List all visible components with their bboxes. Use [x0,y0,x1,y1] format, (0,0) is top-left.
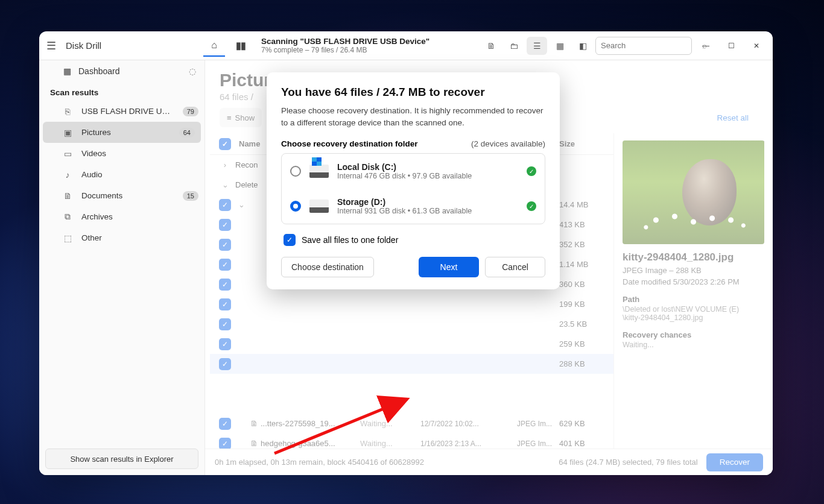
menu-icon[interactable]: ☰ [39,39,63,52]
sidebar-item-other[interactable]: ⬚ Other [39,227,204,248]
minimize-button[interactable]: — [694,37,717,55]
sidebar-dashboard-label: Dashboard [78,66,120,76]
sidebar-item-badge: 79 [183,107,198,116]
sidebar-item-usb-flash-drive-usb-d-[interactable]: ⎘ USB FLASH DRIVE USB D... 79 [39,101,204,122]
maximize-button[interactable]: ☐ [720,37,743,55]
sidebar-item-videos[interactable]: ▭ Videos [39,143,204,164]
search-field[interactable] [601,41,702,50]
sidebar-item-label: Documents [81,191,174,200]
title-bar: ☰ Disk Drill ⌂ ▮▮ Scanning "USB FLASH DR… [39,31,773,60]
cancel-button[interactable]: Cancel [485,257,545,277]
sidebar-item-label: Videos [81,149,204,158]
show-in-explorer-button[interactable]: Show scan results in Explorer [45,449,198,469]
home-icon[interactable]: ⌂ [203,35,225,57]
save-all-checkbox[interactable]: ✓ [284,234,296,246]
sidebar-results-label: Scan results [39,82,204,101]
choose-label: Choose recovery destination folder [281,139,418,148]
disk-icon [309,165,329,178]
disk-icon [309,200,329,213]
sidebar: ▦ Dashboard ◌ Scan results ⎘ USB FLASH D… [39,60,205,475]
top-center: ⌂ ▮▮ Scanning "USB FLASH DRIVE USB Devic… [196,35,481,57]
folder-icon[interactable]: 🗀 [504,37,524,55]
vid-icon: ▭ [62,149,73,159]
usb-icon: ⎘ [62,107,73,116]
recovery-destination-modal: You have 64 files / 24.7 MB to recover P… [267,72,560,289]
list-view-icon[interactable]: ☰ [527,37,547,55]
destination-sub: Internal 931 GB disk • 61.3 GB available [337,207,518,215]
destination-list: Local Disk (C:) Internal 476 GB disk • 9… [281,153,545,224]
dashboard-icon: ▦ [63,66,71,76]
devices-available: (2 devices available) [471,139,545,148]
scan-info: Scanning "USB FLASH DRIVE USB Device" 7%… [261,37,429,54]
aud-icon: ♪ [62,170,73,180]
scan-subtitle: 7% complete – 79 files / 26.4 MB [261,46,429,54]
destination-name: Storage (D:) [337,197,518,207]
save-all-option[interactable]: ✓ Save all files to one folder [284,234,545,246]
pic-icon: ▣ [62,128,73,137]
scan-title: Scanning "USB FLASH DRIVE USB Device" [261,37,429,46]
sidebar-item-archives[interactable]: ⧉ Archives [39,206,204,227]
radio-button[interactable] [290,166,301,177]
sidebar-item-pictures[interactable]: ▣ Pictures 64 [43,122,201,143]
next-button[interactable]: Next [419,257,479,277]
file-icon[interactable]: 🗎 [481,37,501,55]
sidebar-item-label: Archives [81,212,204,221]
sidebar-item-label: Audio [81,170,204,179]
sidebar-item-documents[interactable]: 🗎 Documents 15 [39,185,204,206]
oth-icon: ⬚ [62,233,73,243]
check-icon: ✓ [527,166,536,176]
sidebar-dashboard[interactable]: ▦ Dashboard ◌ [39,60,204,82]
doc-icon: 🗎 [62,191,73,201]
destination-option[interactable]: Storage (D:) Internal 931 GB disk • 61.3… [282,189,545,224]
destination-option[interactable]: Local Disk (C:) Internal 476 GB disk • 9… [282,154,545,189]
spinner-icon: ◌ [189,66,196,76]
pause-icon[interactable]: ▮▮ [230,35,252,57]
app-window: ☰ Disk Drill ⌂ ▮▮ Scanning "USB FLASH DR… [39,31,773,475]
panel-toggle-icon[interactable]: ◧ [572,37,593,55]
sidebar-item-badge: 64 [179,128,195,137]
grid-view-icon[interactable]: ▦ [550,37,570,55]
sidebar-item-badge: 15 [183,191,198,201]
check-icon: ✓ [527,201,536,211]
modal-description: Please choose recovery destination. It i… [281,105,545,128]
radio-button[interactable] [290,201,301,212]
destination-name: Local Disk (C:) [337,162,518,172]
save-all-label: Save all files to one folder [302,235,398,245]
search-input[interactable]: ⌕ [595,37,692,55]
choose-destination-button[interactable]: Choose destination [281,257,374,277]
destination-sub: Internal 476 GB disk • 97.9 GB available [337,172,518,180]
arc-icon: ⧉ [62,212,73,222]
close-button[interactable]: ✕ [745,37,768,55]
toolbar: 🗎 🗀 ☰ ▦ ◧ ⌕ — ☐ ✕ [481,37,773,55]
sidebar-item-label: USB FLASH DRIVE USB D... [81,107,174,116]
sidebar-item-label: Pictures [81,128,171,137]
modal-title: You have 64 files / 24.7 MB to recover [281,86,545,99]
app-title: Disk Drill [63,40,196,51]
sidebar-item-audio[interactable]: ♪ Audio [39,164,204,185]
sidebar-nav: ⎘ USB FLASH DRIVE USB D... 79▣ Pictures … [39,101,204,248]
sidebar-bottom: Show scan results in Explorer [39,443,204,475]
sidebar-item-label: Other [81,233,204,242]
